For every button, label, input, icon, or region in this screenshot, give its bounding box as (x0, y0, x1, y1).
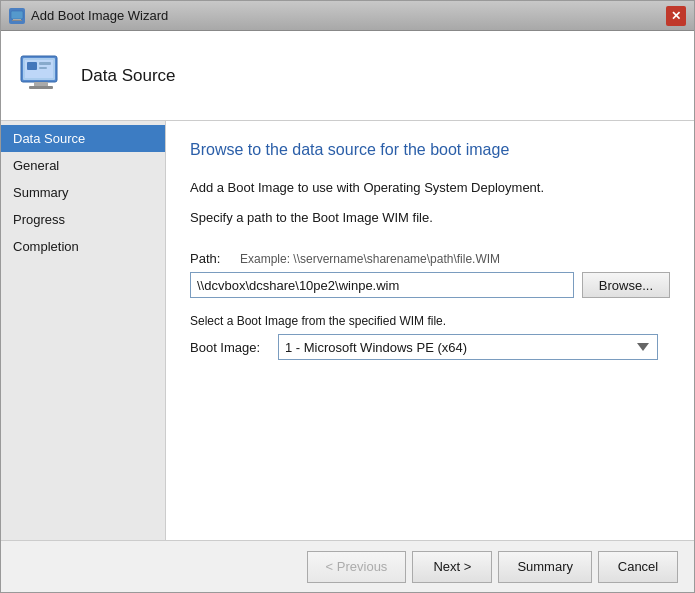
title-bar: Add Boot Image Wizard ✕ (1, 1, 694, 31)
sidebar-item-general[interactable]: General (1, 152, 165, 179)
page-title: Browse to the data source for the boot i… (190, 141, 670, 159)
path-input[interactable] (190, 272, 574, 298)
path-input-row: Browse... (190, 272, 670, 298)
svg-rect-9 (39, 62, 51, 65)
path-row: Path: Example: \\servername\sharename\pa… (190, 251, 670, 266)
svg-rect-5 (34, 82, 48, 86)
sidebar-item-completion[interactable]: Completion (1, 233, 165, 260)
header-title: Data Source (81, 66, 176, 86)
sidebar-item-progress[interactable]: Progress (1, 206, 165, 233)
path-example: Example: \\servername\sharename\path\fil… (240, 252, 500, 266)
title-bar-left: Add Boot Image Wizard (9, 8, 168, 24)
next-button[interactable]: Next > (412, 551, 492, 583)
boot-image-row: Boot Image: 1 - Microsoft Windows PE (x6… (190, 334, 670, 360)
path-label: Path: (190, 251, 240, 266)
close-button[interactable]: ✕ (666, 6, 686, 26)
boot-image-label: Boot Image: (190, 340, 270, 355)
content-area: Data Source General Summary Progress Com… (1, 121, 694, 540)
summary-button[interactable]: Summary (498, 551, 592, 583)
computer-icon (17, 52, 65, 100)
sidebar: Data Source General Summary Progress Com… (1, 121, 166, 540)
boot-image-select[interactable]: 1 - Microsoft Windows PE (x64) (278, 334, 658, 360)
browse-button[interactable]: Browse... (582, 272, 670, 298)
cancel-button[interactable]: Cancel (598, 551, 678, 583)
sidebar-item-summary[interactable]: Summary (1, 179, 165, 206)
info-text-1: Add a Boot Image to use with Operating S… (190, 179, 670, 197)
previous-button[interactable]: < Previous (307, 551, 407, 583)
svg-rect-10 (39, 67, 47, 69)
header-area: Data Source (1, 31, 694, 121)
boot-image-section-label: Select a Boot Image from the specified W… (190, 314, 670, 328)
sidebar-item-data-source[interactable]: Data Source (1, 125, 165, 152)
footer: < Previous Next > Summary Cancel (1, 540, 694, 592)
svg-rect-6 (29, 86, 53, 89)
main-content: Browse to the data source for the boot i… (166, 121, 694, 540)
svg-rect-2 (12, 20, 22, 21)
form-section: Path: Example: \\servername\sharename\pa… (190, 251, 670, 360)
wizard-window: Add Boot Image Wizard ✕ (0, 0, 695, 593)
svg-rect-0 (11, 11, 23, 19)
window-body: Data Source Data Source General Summary … (1, 31, 694, 592)
window-title: Add Boot Image Wizard (31, 8, 168, 23)
svg-rect-8 (27, 62, 37, 70)
app-icon (9, 8, 25, 24)
info-text-2: Specify a path to the Boot Image WIM fil… (190, 209, 670, 227)
